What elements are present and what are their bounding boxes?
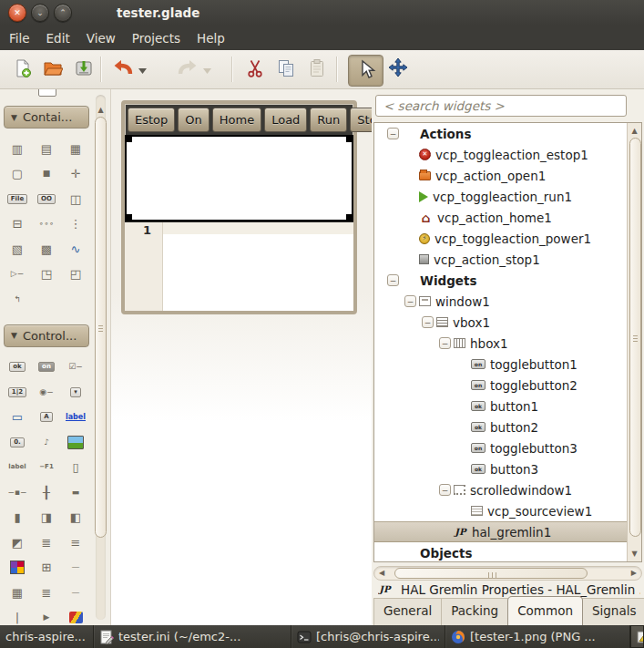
design-button-estop[interactable]: Estop: [128, 108, 175, 132]
fixed-palette-item[interactable]: ✛: [62, 163, 89, 185]
sourceview-text-area[interactable]: [163, 222, 353, 311]
menu-projects[interactable]: Projects: [124, 27, 189, 49]
vbox-palette-item[interactable]: ▤: [33, 138, 60, 159]
selection-handle[interactable]: [346, 136, 353, 142]
hscale-palette-item[interactable]: −▪−: [4, 481, 31, 503]
spinbutton-palette-item[interactable]: 1|2: [4, 381, 31, 403]
partial-widget-icon[interactable]: [38, 89, 56, 97]
tree-row-hbox1[interactable]: −hbox1: [374, 333, 641, 354]
checkbutton-palette-item[interactable]: ☑−: [62, 356, 89, 378]
task-terminal[interactable]: [chris@chris-aspire...: [291, 625, 445, 648]
tree-row-window1[interactable]: −window1: [374, 291, 641, 312]
combobox-palette-item[interactable]: ▾: [62, 381, 89, 403]
redo-dropdown[interactable]: [201, 65, 212, 74]
toolbar-palette-item[interactable]: OO: [33, 188, 60, 210]
vpaned-palette-item[interactable]: ⊟: [4, 213, 31, 235]
vscrollbar-palette-item[interactable]: ▮: [4, 507, 31, 529]
menu-help[interactable]: Help: [189, 27, 233, 49]
tree-row-widgets[interactable]: −Widgets: [374, 270, 641, 291]
select-widgets-button[interactable]: [348, 55, 383, 87]
palette-section-control-display[interactable]: ▼Control...: [4, 324, 89, 347]
hbox-palette-item[interactable]: ▥: [4, 138, 31, 159]
menubar-palette-item[interactable]: File: [4, 188, 31, 210]
volumebutton-palette-item[interactable]: ♪: [33, 431, 60, 453]
viewport-palette-item[interactable]: ◰: [62, 263, 89, 285]
scrolledwindow-palette-item[interactable]: ◳: [33, 263, 60, 285]
treeview-palette-item[interactable]: ≣: [33, 581, 60, 603]
entry2-palette-item[interactable]: ▯: [62, 457, 89, 478]
tab-packing[interactable]: Packing: [441, 598, 508, 625]
tab-signals[interactable]: Signals: [582, 598, 644, 625]
vscale-palette-item[interactable]: ╂: [33, 481, 60, 503]
aspectframe-palette-item[interactable]: ↰: [4, 288, 31, 310]
design-button-run[interactable]: Run: [310, 108, 347, 132]
spinbutton2-palette-item[interactable]: 0.: [4, 431, 31, 453]
palette-scrollbar-thumb[interactable]: [95, 117, 107, 538]
drawingarea-palette-item[interactable]: [62, 607, 89, 626]
design-button-home[interactable]: Home: [212, 108, 261, 132]
cut-button[interactable]: [243, 57, 267, 81]
tree-scrollbar-thumb[interactable]: [629, 138, 641, 537]
save-button[interactable]: [72, 57, 96, 81]
menu-edit[interactable]: Edit: [38, 27, 78, 49]
textview-palette-item[interactable]: ≣: [33, 531, 60, 553]
design-window1[interactable]: EstopOnHomeLoadRunStop 1: [121, 100, 357, 314]
selection-handle[interactable]: [126, 214, 132, 221]
hscrollbar-palette-item[interactable]: ▬: [62, 481, 89, 503]
table-palette-item[interactable]: ▦: [62, 138, 89, 159]
tree-row-button3[interactable]: okbutton3: [374, 458, 641, 479]
tree-row-vcp-action-home1[interactable]: ⌂vcp_action_home1: [374, 207, 641, 228]
tree-row-actions[interactable]: −Actions: [374, 123, 641, 144]
undo-button[interactable]: [111, 57, 135, 81]
search-widgets-input[interactable]: [375, 95, 627, 117]
tree-row-vbox1[interactable]: −vbox1: [374, 312, 641, 333]
scroll-up-icon[interactable]: ▲: [94, 106, 107, 114]
textview2-palette-item[interactable]: ≡: [62, 531, 89, 553]
palette-scrollbar[interactable]: ▲: [94, 95, 107, 620]
scroll-down-icon[interactable]: ▼: [628, 550, 641, 558]
redo-button[interactable]: [176, 57, 199, 81]
hbuttonbox-palette-item[interactable]: ∘∘∘: [33, 213, 60, 235]
hscrollbar-thumb[interactable]: [394, 568, 588, 579]
scroll-left-icon[interactable]: ◀: [379, 569, 384, 577]
design-button-on[interactable]: On: [178, 108, 209, 132]
minimize-button[interactable]: ⌄: [31, 4, 49, 22]
progressbar-palette-item[interactable]: ◩: [4, 531, 31, 553]
linkbutton-palette-item[interactable]: label: [62, 406, 89, 428]
tree-row-togglebutton3[interactable]: ontogglebutton3: [374, 437, 641, 458]
open-button[interactable]: [41, 57, 65, 81]
tree-row-objects[interactable]: Objects: [374, 542, 641, 562]
expander-collapse-icon[interactable]: −: [387, 128, 399, 139]
tree-row-vcp-toggleaction-run1[interactable]: vcp_toggleaction_run1: [374, 186, 641, 207]
paste-button[interactable]: [305, 57, 329, 81]
accelerator-palette-item[interactable]: −F1: [33, 457, 60, 478]
palette-section-containers[interactable]: ▼Contai...: [4, 106, 89, 129]
tree-row-vcp-toggleaction-estop1[interactable]: ✕vcp_toggleaction_estop1: [374, 144, 641, 165]
titlebar[interactable]: ✕⌄⌃ tester.glade: [0, 0, 644, 26]
image-palette-item[interactable]: [62, 431, 89, 453]
tab-common[interactable]: Common: [507, 596, 583, 625]
iconview-palette-item[interactable]: ▩: [33, 238, 60, 260]
tree-row-scrolledwindow1[interactable]: −scrolledwindow1: [374, 479, 641, 500]
task-window-list[interactable]: chris-aspire...: [0, 625, 94, 648]
expander-collapse-icon[interactable]: −: [387, 274, 399, 286]
calendar-palette-item[interactable]: ▦: [4, 581, 31, 603]
layout-palette-item[interactable]: ▧: [4, 238, 31, 260]
tree-row-vcp-sourceview1[interactable]: vcp_sourceview1: [374, 500, 641, 521]
menu-view[interactable]: View: [78, 27, 124, 49]
tree-row-togglebutton1[interactable]: ontogglebutton1: [374, 354, 641, 375]
task-gedit[interactable]: tester.ini (~/emc2-...: [94, 625, 291, 648]
hpaned-palette-item[interactable]: ◫: [62, 188, 89, 210]
maximize-button[interactable]: ⌃: [54, 4, 72, 22]
design-button-load[interactable]: Load: [264, 108, 307, 132]
tree-row-button1[interactable]: okbutton1: [374, 396, 641, 417]
menu-file[interactable]: File: [1, 27, 38, 49]
togglebutton-palette-item[interactable]: on: [33, 356, 60, 378]
accellabel-palette-item[interactable]: label: [4, 457, 31, 478]
button-palette-item[interactable]: ok: [4, 356, 31, 378]
tree-row-button2[interactable]: okbutton2: [374, 417, 641, 437]
expander-collapse-icon[interactable]: −: [404, 295, 416, 307]
fontbutton-palette-item[interactable]: A: [33, 406, 60, 428]
close-button[interactable]: ✕: [8, 4, 26, 22]
alignment-palette-item[interactable]: ■: [33, 163, 60, 185]
